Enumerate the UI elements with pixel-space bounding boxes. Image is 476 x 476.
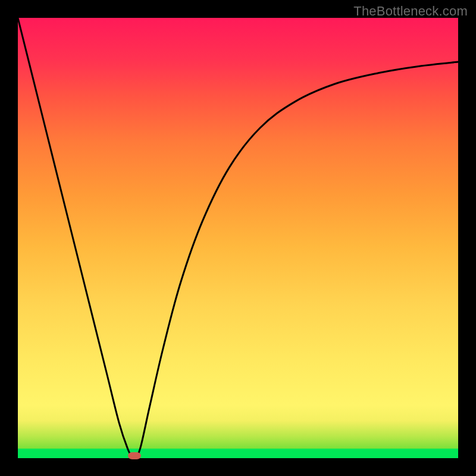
min-marker — [128, 452, 141, 459]
bottleneck-curve — [18, 18, 458, 458]
chart-frame — [18, 18, 458, 458]
curve-svg — [18, 18, 458, 458]
watermark-text: TheBottleneck.com — [353, 4, 468, 19]
plot-area — [18, 18, 458, 458]
